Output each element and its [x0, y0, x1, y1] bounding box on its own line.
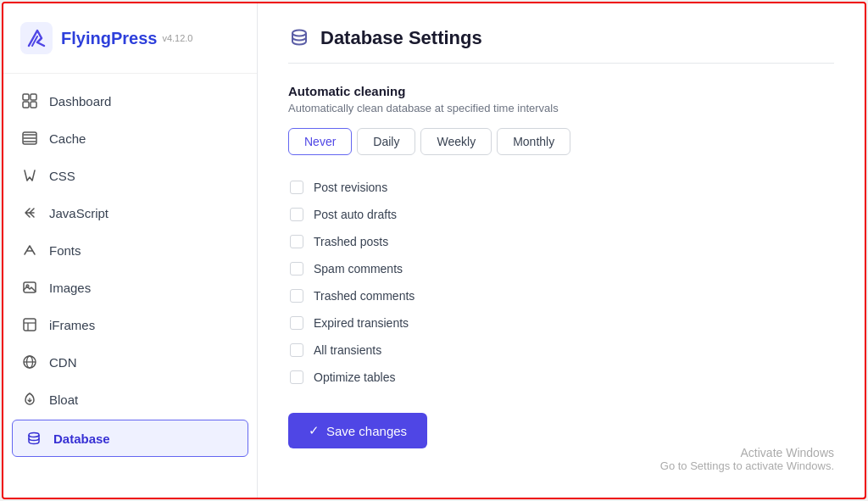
sidebar-item-bloat[interactable]: Bloat [3, 381, 257, 418]
post-auto-drafts-checkbox[interactable] [290, 208, 303, 221]
cleaning-frequency-buttons: Never Daily Weekly Monthly [288, 128, 834, 155]
sidebar-item-iframes[interactable]: iFrames [3, 306, 257, 343]
frequency-weekly-button[interactable]: Weekly [420, 128, 492, 155]
images-icon [20, 278, 39, 297]
javascript-icon [20, 203, 39, 222]
expired-transients-checkbox[interactable] [290, 316, 303, 330]
post-auto-drafts-label: Post auto drafts [314, 208, 397, 221]
flyingpress-logo-icon [20, 22, 53, 54]
sidebar-nav: Dashboard Cache CSS JavaSc [3, 74, 257, 498]
iframes-label: iFrames [49, 318, 95, 332]
javascript-label: JavaScript [49, 206, 108, 220]
post-revisions-label: Post revisions [314, 181, 387, 194]
cdn-label: CDN [49, 355, 77, 370]
sidebar-item-cdn[interactable]: CDN [3, 343, 257, 381]
cdn-icon [20, 353, 39, 371]
sidebar-item-cache[interactable]: Cache [3, 120, 257, 157]
spam-comments-label: Spam comments [314, 262, 403, 276]
checkbox-trashed-posts: Trashed posts [288, 230, 834, 253]
page-title: Database Settings [320, 27, 482, 49]
trashed-posts-checkbox[interactable] [290, 235, 303, 248]
svg-point-14 [29, 433, 39, 437]
bloat-label: Bloat [49, 392, 78, 407]
checkbox-list: Post revisions Post auto drafts Trashed … [288, 175, 834, 389]
sidebar-item-javascript[interactable]: JavaScript [3, 194, 257, 231]
sidebar-item-fonts[interactable]: Fonts [3, 231, 257, 269]
css-label: CSS [49, 169, 75, 183]
checkbox-post-auto-drafts: Post auto drafts [288, 203, 834, 226]
section-title: Automatic cleaning [288, 84, 834, 98]
app-version: v4.12.0 [162, 33, 192, 43]
page-header: Database Settings [288, 27, 834, 64]
checkbox-expired-transients: Expired transients [288, 311, 834, 335]
optimize-tables-checkbox[interactable] [290, 370, 303, 384]
dashboard-label: Dashboard [49, 94, 111, 109]
app-name: FlyingPress [61, 29, 157, 48]
section-desc: Automatically clean database at specifie… [288, 102, 834, 114]
bloat-icon [20, 390, 39, 409]
frequency-daily-button[interactable]: Daily [357, 128, 415, 155]
sidebar-item-dashboard[interactable]: Dashboard [3, 82, 257, 120]
frequency-monthly-button[interactable]: Monthly [497, 128, 570, 155]
logo-area: FlyingPress v4.12.0 [3, 3, 257, 74]
all-transients-label: All transients [314, 343, 381, 357]
save-changes-button[interactable]: ✓ Save changes [288, 413, 427, 448]
checkbox-post-revisions: Post revisions [288, 175, 834, 199]
checkbox-all-transients: All transients [288, 338, 834, 362]
iframes-icon [20, 315, 39, 334]
optimize-tables-label: Optimize tables [314, 370, 395, 384]
checkmark-icon: ✓ [309, 423, 320, 438]
database-label: Database [53, 431, 110, 446]
database-header-icon [288, 27, 310, 49]
dashboard-icon [20, 92, 39, 110]
images-label: Images [49, 281, 91, 295]
checkbox-optimize-tables: Optimize tables [288, 365, 834, 389]
sidebar-item-css[interactable]: CSS [3, 157, 257, 194]
trashed-comments-checkbox[interactable] [290, 289, 303, 303]
fonts-icon [20, 241, 39, 259]
spam-comments-checkbox[interactable] [290, 262, 303, 276]
frequency-never-button[interactable]: Never [288, 128, 352, 155]
cache-icon [20, 129, 39, 148]
svg-rect-2 [31, 94, 36, 100]
cache-label: Cache [49, 131, 86, 146]
automatic-cleaning-section: Automatic cleaning Automatically clean d… [288, 84, 834, 155]
css-icon [20, 166, 39, 185]
sidebar-item-images[interactable]: Images [3, 269, 257, 306]
sidebar: FlyingPress v4.12.0 Dashboard Cache [3, 3, 258, 498]
main-content: Database Settings Automatic cleaning Aut… [258, 3, 865, 469]
trashed-comments-label: Trashed comments [314, 289, 415, 303]
svg-rect-1 [23, 94, 29, 100]
fonts-label: Fonts [49, 243, 81, 258]
save-button-label: Save changes [326, 424, 407, 438]
svg-rect-3 [23, 102, 29, 108]
post-revisions-checkbox[interactable] [290, 181, 303, 194]
sidebar-item-database[interactable]: Database [12, 420, 248, 457]
main-wrapper: Database Settings Automatic cleaning Aut… [258, 3, 865, 498]
svg-rect-4 [31, 102, 36, 108]
svg-point-15 [292, 31, 306, 36]
checkbox-spam-comments: Spam comments [288, 257, 834, 281]
trashed-posts-label: Trashed posts [314, 235, 388, 248]
database-icon [25, 429, 43, 448]
all-transients-checkbox[interactable] [290, 343, 303, 357]
expired-transients-label: Expired transients [314, 316, 409, 330]
svg-rect-8 [24, 319, 36, 331]
checkbox-trashed-comments: Trashed comments [288, 284, 834, 308]
